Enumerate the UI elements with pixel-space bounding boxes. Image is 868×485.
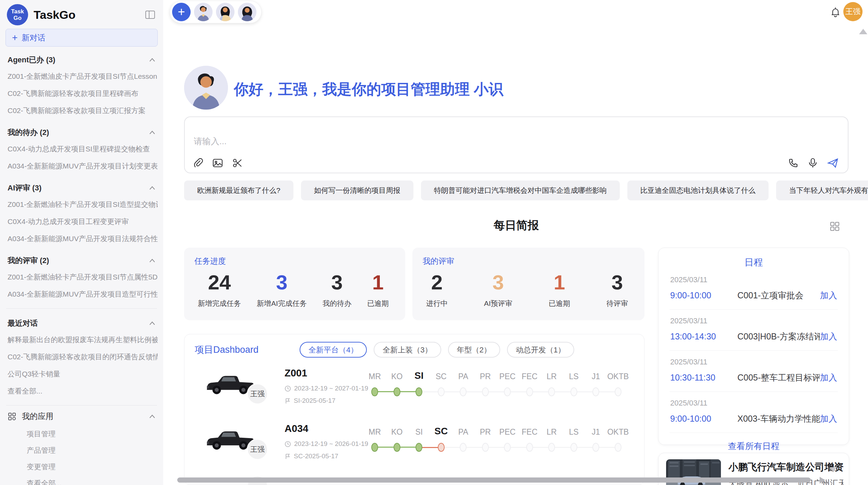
bell-icon[interactable] xyxy=(830,6,841,19)
suggestion-chip[interactable]: 特朗普可能对进口汽车增税会对中国车企造成哪些影响 xyxy=(421,181,620,200)
chat-input[interactable] xyxy=(190,132,601,151)
list-item[interactable]: C0X4-动力总成开发项目工程变更评审 xyxy=(5,213,158,230)
user-avatar-badge[interactable]: 王强 xyxy=(843,2,863,21)
event-date: 2025/03/11 xyxy=(670,316,837,325)
section-my-review[interactable]: 我的评审 (2) xyxy=(5,247,158,269)
tab-new-body[interactable]: 全新上装（3） xyxy=(374,342,441,358)
list-item[interactable]: Z001-全新燃油轻卡产品开发项目SI节点属性5D文件评审 xyxy=(5,269,158,286)
list-item[interactable]: A034-全新新能源MUV产品开发项目计划变更表编写 xyxy=(5,158,158,175)
list-item[interactable]: C02-飞腾新能源轻客改款项目的闭环通告反馈情况 xyxy=(5,348,158,365)
join-link[interactable]: 加入 xyxy=(820,413,837,424)
chevron-up-icon[interactable] xyxy=(149,414,156,419)
scroll-down-arrow[interactable] xyxy=(830,467,837,472)
section-label: 我的待办 (2) xyxy=(8,127,49,138)
scroll-up-arrow[interactable] xyxy=(859,29,867,34)
suggestion-chip[interactable]: 当下年轻人对汽车外观有怎样的喜好趋势 xyxy=(776,181,868,200)
stat-label: 我的待办 xyxy=(323,299,351,308)
milestone-label: OKTB xyxy=(607,372,629,381)
stat-pending-review: 3 待评审 xyxy=(606,269,628,308)
event-date: 2025/03/11 xyxy=(670,399,837,408)
list-item[interactable]: C02-飞腾新能源轻客改款项目里程碑画布 xyxy=(5,85,158,102)
flag-text: SI-2025-05-17 xyxy=(294,397,335,405)
project-owner-badge: 王强 xyxy=(247,383,268,405)
milestone-label: KO xyxy=(386,427,408,437)
sidebar-item-my-apps[interactable]: 我的应用 xyxy=(5,407,158,426)
sidebar-item-project-mgmt[interactable]: 项目管理 xyxy=(5,426,158,442)
join-link[interactable]: 加入 xyxy=(820,372,837,383)
section-recent-chats[interactable]: 最近对话 xyxy=(5,310,158,331)
plus-icon: + xyxy=(12,32,17,43)
section-ai-review[interactable]: AI评审 (3) xyxy=(5,175,158,196)
list-item[interactable]: C0X4-动力总成开发项目SI里程碑提交物检查 xyxy=(5,140,158,158)
horizontal-scrollbar[interactable] xyxy=(177,477,811,483)
logo-line2: Go xyxy=(13,15,22,21)
view-all-schedule-link[interactable]: 查看所有日程 xyxy=(670,440,838,452)
milestone-label: KO xyxy=(386,372,408,381)
scroll-right-arrow[interactable] xyxy=(820,477,825,484)
my-apps-label: 我的应用 xyxy=(22,411,53,422)
mic-icon[interactable] xyxy=(808,158,818,169)
list-item[interactable]: 公司Q3轻卡销量 xyxy=(5,365,158,383)
join-link[interactable]: 加入 xyxy=(820,290,837,301)
project-name: Z001 xyxy=(285,368,307,379)
milestone-label: LS xyxy=(563,427,585,437)
tab-powertrain[interactable]: 动总开发（1） xyxy=(507,342,574,358)
list-item[interactable]: A034-全新新能源MUV产品开发项目法规符合性评审 xyxy=(5,230,158,247)
section-agent-done[interactable]: Agent已办 (3) xyxy=(5,47,158,68)
stat-label: 新增完成任务 xyxy=(198,299,241,308)
list-item[interactable]: A034-全新新能源MUV产品开发项目造型可行性评审 xyxy=(5,286,158,303)
image-icon[interactable] xyxy=(212,158,223,169)
chevron-up-icon[interactable] xyxy=(149,186,156,190)
add-member-button[interactable]: + xyxy=(172,3,191,21)
chevron-up-icon[interactable] xyxy=(149,258,156,263)
avatar[interactable] xyxy=(216,3,234,21)
send-icon[interactable] xyxy=(827,158,839,169)
event-title: X003-车辆动力学性能验... xyxy=(737,413,820,424)
app-logo: Task Go xyxy=(7,4,28,25)
layout-grid-icon[interactable] xyxy=(830,221,840,233)
avatar[interactable] xyxy=(238,3,256,21)
list-item[interactable]: 解释最新出台的欧盟报废车法规再生塑料比例被调至15%... xyxy=(5,331,158,348)
divider xyxy=(6,308,157,309)
stat-label: 已逾期 xyxy=(548,299,570,308)
chevron-up-icon[interactable] xyxy=(149,321,156,326)
list-item[interactable]: Z001-全新燃油轻卡产品开发项目SI造型提交物评审 xyxy=(5,196,158,213)
card-title: 我的评审 xyxy=(412,248,644,266)
milestone-label: PA xyxy=(452,372,474,381)
tab-year-model[interactable]: 年型（2） xyxy=(448,342,500,358)
milestone-label: MR xyxy=(364,372,386,381)
project-row[interactable]: 王强 Z001 2023-12-19 ~ 2027-01-19 SI-2025-… xyxy=(184,363,644,418)
event-title: C005-整车工程目标评审 xyxy=(737,372,820,383)
sidebar-item-change-mgmt[interactable]: 变更管理 xyxy=(5,459,158,475)
chevron-up-icon[interactable] xyxy=(149,58,156,62)
avatar[interactable] xyxy=(194,3,213,21)
join-link[interactable]: 加入 xyxy=(820,331,837,342)
suggestion-chip[interactable]: 欧洲新规最近颁布了什么? xyxy=(184,181,293,200)
sidebar-item-product-mgmt[interactable]: 产品管理 xyxy=(5,442,158,459)
list-item[interactable]: C02-飞腾新能源轻客改款项目立项汇报方案 xyxy=(5,102,158,119)
event-title: C001-立项审批会 xyxy=(737,290,820,301)
sidebar-collapse-icon[interactable] xyxy=(145,10,156,20)
project-row[interactable]: 王强 A034 2023-12-19 ~ 2026-01-19 SC-2025-… xyxy=(184,419,644,474)
milestone-label: OKTB xyxy=(607,427,629,437)
scissors-icon[interactable] xyxy=(232,158,243,169)
stat-in-progress: 2 进行中 xyxy=(426,269,448,308)
view-all-chats[interactable]: 查看全部... xyxy=(5,383,158,400)
sidebar: Task Go TaskGo + 新对话 Agent已办 (3) Z001-全新… xyxy=(0,0,163,485)
suggestion-chip[interactable]: 比亚迪全固态电池计划具体说了什么 xyxy=(627,181,769,200)
section-my-todo[interactable]: 我的待办 (2) xyxy=(5,119,158,140)
new-chat-button[interactable]: + 新对话 xyxy=(5,29,158,47)
tab-new-platform[interactable]: 全新平台（4） xyxy=(300,342,367,358)
schedule-panel: 日程 2025/03/11 9:00-10:00 C001-立项审批会 加入 2… xyxy=(658,248,849,445)
attach-icon[interactable] xyxy=(193,158,203,169)
phone-icon[interactable] xyxy=(788,158,798,168)
suggestion-chip[interactable]: 如何写一份清晰的项目周报 xyxy=(301,181,413,200)
dashboard-tabs: 全新平台（4） 全新上装（3） 年型（2） 动总开发（1） xyxy=(300,342,574,358)
chevron-up-icon[interactable] xyxy=(149,130,156,135)
list-item[interactable]: Z001-全新燃油皮卡产品开发项目SI节点Lesson Learn报告 xyxy=(5,68,158,85)
view-all-apps[interactable]: 查看全部... xyxy=(5,475,158,485)
stat-value: 2 xyxy=(426,269,448,297)
stat-label: AI预评审 xyxy=(484,299,513,308)
app-title: TaskGo xyxy=(34,8,75,22)
grid-icon xyxy=(8,412,16,421)
